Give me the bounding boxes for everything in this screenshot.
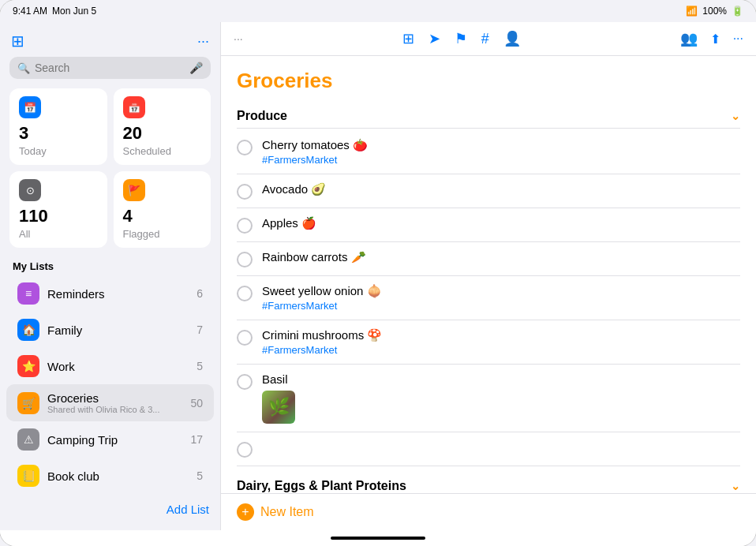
camping-count: 17: [190, 433, 203, 446]
lists-container: ≡ Reminders 6 🏠 Family 7 ⭐: [0, 275, 220, 495]
task-sweet-yellow-onion: Sweet yellow onion 🧅 #FarmersMarket: [237, 276, 740, 320]
scheduled-label: Scheduled: [123, 145, 202, 157]
task-name: Apples 🍎: [262, 216, 740, 230]
list-item-family[interactable]: 🏠 Family 7: [6, 312, 214, 348]
list-item-groceries[interactable]: 🛒 Groceries Shared with Olivia Rico & 3.…: [6, 384, 214, 421]
dairy-section: Dairy, Eggs & Plant Proteins ⌄ Eggs 🥛 #F…: [237, 474, 740, 493]
reminders-icon: ≡: [17, 282, 39, 305]
home-bar: [331, 537, 425, 540]
new-item-label: New Item: [260, 505, 314, 519]
new-item-button[interactable]: + New Item: [237, 503, 314, 521]
toolbar: ··· ⊞ ➤ ⚑ # 👤 👥 ⬆ ···: [221, 22, 756, 56]
task-circle[interactable]: [237, 286, 253, 301]
home-indicator: [0, 530, 756, 546]
list-item-work[interactable]: ⭐ Work 5: [6, 348, 214, 384]
today-label: Today: [19, 145, 98, 157]
scheduled-icon: 📅: [123, 96, 145, 118]
battery-icon: 🔋: [732, 6, 743, 17]
produce-section: Produce ⌄ Cherry tomatoes 🍅 #FarmersMark…: [237, 104, 740, 466]
book-club-name: Book club: [47, 469, 189, 483]
family-count: 7: [196, 323, 203, 336]
groceries-name: Groceries: [47, 391, 182, 405]
task-tag[interactable]: #FarmersMarket: [262, 154, 740, 166]
ellipsis-icon[interactable]: ···: [733, 32, 743, 46]
task-name: Avocado 🥑: [262, 182, 740, 196]
status-time: 9:41 AM: [13, 6, 47, 17]
dairy-header[interactable]: Dairy, Eggs & Plant Proteins ⌄: [237, 474, 740, 493]
status-date: Mon Jun 5: [52, 6, 96, 17]
task-tag[interactable]: #FarmersMarket: [262, 300, 740, 312]
status-bar: 9:41 AM Mon Jun 5 📶 100% 🔋: [0, 0, 756, 22]
task-cherry-tomatoes: Cherry tomatoes 🍅 #FarmersMarket: [237, 130, 740, 174]
all-label: All: [19, 228, 98, 240]
smart-list-today[interactable]: 📅 3 Today: [9, 88, 107, 165]
all-count: 110: [19, 206, 98, 226]
task-crimini-mushrooms: Crimini mushrooms 🍄 #FarmersMarket: [237, 320, 740, 365]
today-icon: 📅: [19, 96, 41, 118]
task-circle[interactable]: [237, 330, 253, 346]
search-bar[interactable]: 🔍 🎤: [9, 57, 211, 79]
list-item-book-club[interactable]: 📒 Book club 5: [6, 458, 214, 494]
all-icon: ⊙: [19, 179, 41, 201]
toolbar-center-dots: ···: [234, 32, 243, 45]
content-area: Groceries Produce ⌄ Cherry tomatoes 🍅 #F…: [221, 56, 756, 493]
person-icon[interactable]: 👤: [503, 30, 521, 47]
wifi-icon: 📶: [686, 6, 698, 17]
grid-icon[interactable]: ⊞: [402, 30, 414, 47]
family-icon: 🏠: [17, 319, 39, 341]
task-circle[interactable]: [237, 442, 253, 458]
produce-header[interactable]: Produce ⌄: [237, 104, 740, 129]
location-icon[interactable]: ➤: [429, 30, 440, 47]
list-title: Groceries: [237, 69, 740, 93]
task-name: Sweet yellow onion 🧅: [262, 284, 740, 298]
task-rainbow-carrots: Rainbow carrots 🥕: [237, 242, 740, 276]
share-icon[interactable]: ⬆: [710, 32, 720, 47]
family-name: Family: [47, 323, 189, 337]
flag-icon[interactable]: ⚑: [455, 30, 467, 47]
groceries-icon: 🛒: [17, 392, 39, 414]
work-icon: ⭐: [17, 355, 39, 377]
camping-name: Camping Trip: [47, 433, 182, 447]
sidebar-toggle-icon[interactable]: ⊞: [11, 32, 24, 50]
work-name: Work: [47, 360, 189, 373]
microphone-icon[interactable]: 🎤: [189, 62, 203, 74]
task-circle[interactable]: [237, 218, 253, 234]
task-tag[interactable]: #FarmersMarket: [262, 344, 740, 356]
sidebar-more-icon[interactable]: ···: [197, 33, 209, 50]
person-2-icon[interactable]: 👥: [680, 30, 698, 47]
dairy-chevron-icon[interactable]: ⌄: [731, 480, 740, 492]
my-lists-header: My Lists: [0, 257, 220, 275]
task-circle[interactable]: [237, 184, 253, 200]
smart-list-all[interactable]: ⊙ 110 All: [9, 171, 107, 248]
task-name: Basil: [262, 372, 740, 386]
add-list-button[interactable]: Add List: [0, 495, 220, 524]
smart-list-flagged[interactable]: 🚩 4 Flagged: [114, 171, 211, 248]
reminders-name: Reminders: [47, 287, 189, 301]
task-circle[interactable]: [237, 140, 253, 155]
groceries-sub: Shared with Olivia Rico & 3...: [47, 405, 182, 414]
task-name: Crimini mushrooms 🍄: [262, 328, 740, 342]
book-club-count: 5: [196, 469, 203, 482]
search-input[interactable]: [35, 62, 185, 74]
task-name: Rainbow carrots 🥕: [262, 250, 740, 264]
task-avocado: Avocado 🥑: [237, 174, 740, 208]
produce-chevron-icon[interactable]: ⌄: [731, 110, 740, 122]
camping-icon: ⚠: [17, 428, 39, 451]
work-count: 5: [196, 360, 203, 372]
task-apples: Apples 🍎: [237, 208, 740, 242]
task-circle[interactable]: [237, 252, 253, 267]
smart-list-scheduled[interactable]: 📅 20 Scheduled: [114, 88, 211, 165]
task-image: 🌿: [262, 391, 295, 424]
reminders-count: 6: [196, 287, 203, 300]
new-item-plus-icon: +: [237, 503, 254, 521]
task-empty: [237, 432, 740, 466]
hashtag-icon[interactable]: #: [481, 31, 489, 47]
task-basil: Basil 🌿: [237, 365, 740, 432]
list-item-camping-trip[interactable]: ⚠ Camping Trip 17: [6, 421, 214, 458]
smart-lists: 📅 3 Today 📅 20 Scheduled ⊙: [0, 88, 220, 257]
book-club-icon: 📒: [17, 465, 39, 487]
task-circle[interactable]: [237, 374, 253, 390]
flagged-label: Flagged: [123, 228, 202, 240]
list-item-reminders[interactable]: ≡ Reminders 6: [6, 275, 214, 312]
scheduled-count: 20: [123, 123, 202, 144]
